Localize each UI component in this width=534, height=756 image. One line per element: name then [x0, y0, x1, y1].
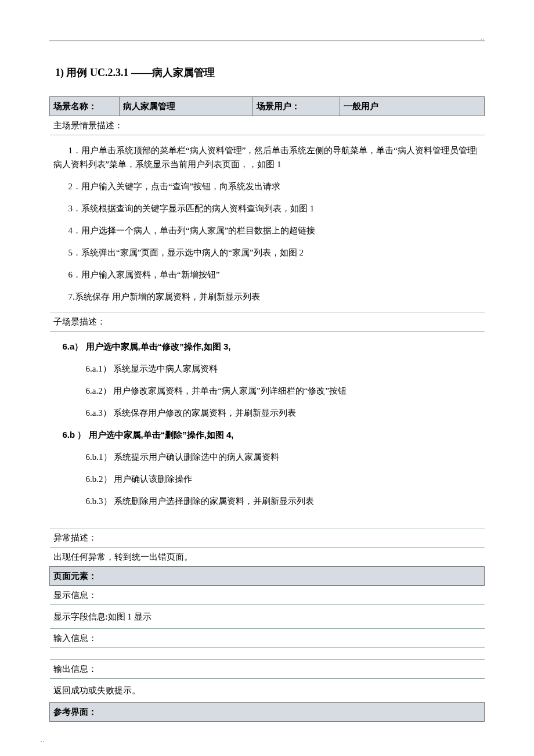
scene-user-label: 场景用户：	[253, 96, 340, 116]
sub-steps-cell: 6.a） 用户选中家属,单击“修改”操作,如图 3, 6.a.1） 系统显示选中…	[50, 331, 485, 528]
input-empty	[50, 647, 485, 659]
output-text: 返回成功或失败提示。	[50, 678, 485, 702]
input-label: 输入信息：	[50, 628, 485, 647]
sub-scene-label: 子场景描述：	[50, 312, 485, 331]
sub-b-step: 6.b.3） 系统删除用户选择删除的家属资料，并刷新显示列表	[53, 494, 481, 508]
exception-text: 出现任何异常，转到统一出错页面。	[50, 547, 485, 566]
display-text: 显示字段信息:如图 1 显示	[50, 604, 485, 628]
ref-ui-label: 参考界面：	[50, 702, 485, 721]
main-scene-label: 主场景情景描述：	[50, 116, 485, 135]
main-step: 5．系统弹出“家属”页面，显示选中病人的“家属”列表，如图 2	[53, 246, 481, 260]
output-label: 输出信息：	[50, 659, 485, 678]
top-rule: ..	[49, 41, 485, 41]
main-step: 7.系统保存 用户新增的家属资料，并刷新显示列表	[53, 290, 481, 304]
sub-b-step: 6.b.2） 用户确认该删除操作	[53, 472, 481, 486]
use-case-title: 1) 用例 UC.2.3.1 ——病人家属管理	[55, 64, 485, 81]
header-mark: ..	[481, 33, 485, 42]
sub-a-step: 6.a.2） 用户修改家属资料，并单击“病人家属”列详细栏的“修改”按钮	[53, 384, 481, 398]
main-step: 2．用户输入关键字，点击“查询”按钮，向系统发出请求	[53, 179, 481, 193]
document-page: .. 1) 用例 UC.2.3.1 ——病人家属管理 场景名称： 病人家属管理 …	[0, 0, 534, 756]
sub-b-heading: 6.b ） 用户选中家属,单击“删除”操作,如图 4,	[53, 428, 481, 442]
sub-a-step: 6.a.3） 系统保存用户修改的家属资料，并刷新显示列表	[53, 406, 481, 420]
main-step: 4．用户选择一个病人，单击列“病人家属”的栏目数据上的超链接	[53, 224, 481, 237]
main-step: 3．系统根据查询的关键字显示匹配的病人资料查询列表，如图 1	[53, 201, 481, 215]
scene-name-value: 病人家属管理	[120, 96, 253, 116]
sub-a-heading: 6.a） 用户选中家属,单击“修改”操作,如图 3,	[53, 340, 481, 354]
main-step: 6．用户输入家属资料，单击“新增按钮”	[53, 268, 481, 282]
sub-a-step: 6.a.1） 系统显示选中病人家属资料	[53, 362, 481, 376]
use-case-table: 场景名称： 病人家属管理 场景用户： 一般用户 主场景情景描述： 1．用户单击系…	[49, 96, 485, 722]
scene-name-label: 场景名称：	[50, 96, 120, 116]
exception-label: 异常描述：	[50, 528, 485, 547]
page-elements-label: 页面元素：	[50, 566, 485, 585]
footer-mark: ..	[41, 736, 45, 745]
sub-b-step: 6.b.1） 系统提示用户确认删除选中的病人家属资料	[53, 450, 481, 464]
display-label: 显示信息：	[50, 585, 485, 604]
main-step: 1．用户单击系统顶部的菜单栏“病人资料管理”，然后单击系统左侧的导航菜单，单击“…	[53, 143, 481, 171]
scene-user-value: 一般用户	[340, 96, 485, 116]
main-steps-cell: 1．用户单击系统顶部的菜单栏“病人资料管理”，然后单击系统左侧的导航菜单，单击“…	[50, 135, 485, 312]
